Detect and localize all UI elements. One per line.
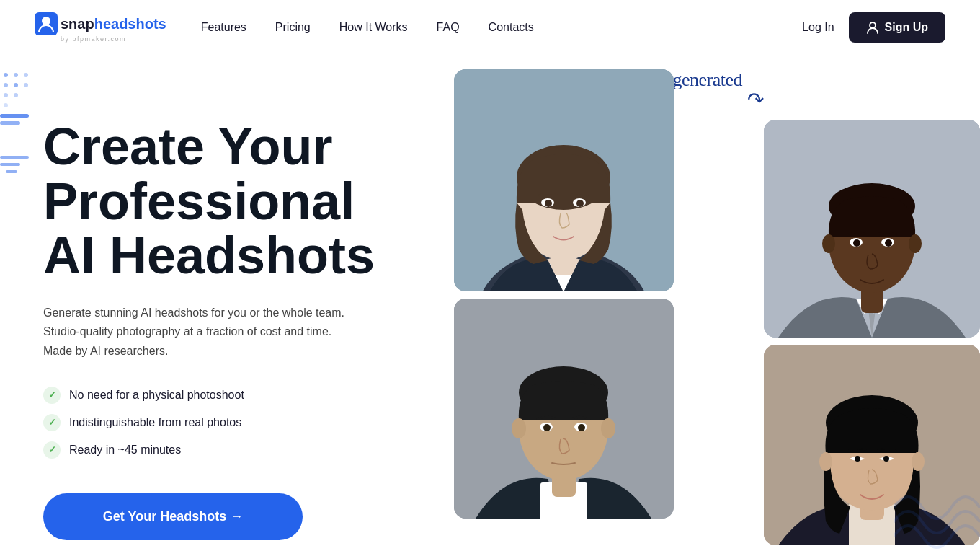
check-icon-3 <box>43 441 61 459</box>
logo[interactable]: snapheadshots by pfpmaker.com <box>35 12 166 43</box>
svg-point-6 <box>4 83 8 87</box>
nav-item-faq[interactable]: FAQ <box>437 21 460 34</box>
photo-column-left <box>454 69 674 519</box>
svg-point-35 <box>578 424 585 431</box>
dots-decoration <box>0 69 43 127</box>
feature-item-1: No need for a physical photoshoot <box>43 387 432 404</box>
svg-point-51 <box>819 452 832 471</box>
svg-point-40 <box>822 234 835 253</box>
svg-point-34 <box>543 424 551 431</box>
svg-point-7 <box>14 83 18 87</box>
user-icon <box>866 21 879 34</box>
navigation: snapheadshots by pfpmaker.com Features P… <box>0 0 980 55</box>
svg-point-23 <box>545 200 552 207</box>
hero-section: Create Your Professional AI Headshots Ge… <box>0 55 980 551</box>
svg-point-45 <box>885 239 892 247</box>
logo-icon <box>35 12 58 35</box>
features-list: No need for a physical photoshoot Indist… <box>43 387 432 459</box>
cta-button[interactable]: Get Your Headshots → <box>43 493 303 540</box>
svg-point-44 <box>853 239 860 247</box>
nav-left: snapheadshots by pfpmaker.com Features P… <box>35 12 534 43</box>
wave-decoration <box>894 464 980 551</box>
svg-point-5 <box>24 73 28 77</box>
feature-item-3: Ready in ~45 minutes <box>43 441 432 459</box>
svg-point-1 <box>42 17 50 25</box>
logo-text: snapheadshots <box>61 16 166 32</box>
nav-links: Features Pricing How It Works FAQ Contac… <box>201 21 534 34</box>
svg-point-11 <box>4 103 8 107</box>
svg-point-10 <box>14 93 18 97</box>
headshot-female-1 <box>454 69 674 291</box>
nav-right: Log In Sign Up <box>802 12 945 43</box>
svg-point-9 <box>4 93 8 97</box>
svg-point-24 <box>576 200 584 207</box>
feature-item-2: Indistinguishable from real photos <box>43 414 432 431</box>
svg-point-30 <box>512 418 526 438</box>
logo-main: snapheadshots <box>35 12 166 35</box>
login-link[interactable]: Log In <box>802 21 834 34</box>
hero-content: Create Your Professional AI Headshots Ge… <box>0 55 432 551</box>
female-face-1 <box>454 69 674 291</box>
svg-point-41 <box>909 234 922 253</box>
check-icon-2 <box>43 414 61 431</box>
nav-item-contacts[interactable]: Contacts <box>489 21 534 34</box>
svg-point-31 <box>601 418 615 438</box>
svg-point-54 <box>883 456 889 462</box>
svg-rect-13 <box>0 121 20 125</box>
nav-item-features[interactable]: Features <box>201 21 246 34</box>
svg-point-53 <box>855 456 860 462</box>
male-face-1 <box>764 120 980 338</box>
male-face-2 <box>454 299 674 519</box>
hero-subtitle: Generate stunning AI headshots for you o… <box>43 304 382 361</box>
svg-point-3 <box>4 73 8 77</box>
hero-photos: AI generated ↷ <box>432 55 980 551</box>
signup-button[interactable]: Sign Up <box>849 12 945 43</box>
hero-title: Create Your Professional AI Headshots <box>43 120 432 283</box>
nav-item-how-it-works[interactable]: How It Works <box>339 21 408 34</box>
logo-subtext: by pfpmaker.com <box>61 35 126 43</box>
svg-rect-12 <box>0 114 29 118</box>
ai-arrow-icon: ↷ <box>747 88 764 112</box>
check-icon-1 <box>43 387 61 404</box>
nav-item-pricing[interactable]: Pricing <box>275 21 311 34</box>
svg-point-4 <box>14 73 18 77</box>
svg-point-8 <box>24 83 28 87</box>
svg-point-2 <box>870 22 876 28</box>
headshot-male-1 <box>764 120 980 338</box>
headshot-male-2 <box>454 299 674 519</box>
